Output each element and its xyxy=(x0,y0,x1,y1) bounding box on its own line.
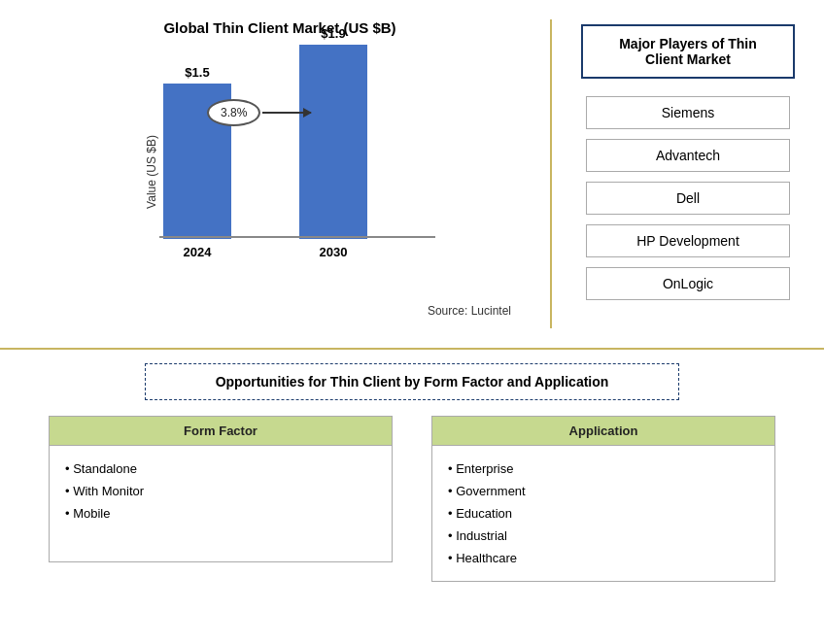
annotation-arrow xyxy=(262,112,311,114)
bar-2030-rect xyxy=(299,45,367,239)
bar-2024-label: 2024 xyxy=(184,245,212,259)
x-axis-line xyxy=(159,236,435,238)
player-siemens: Siemens xyxy=(586,96,790,129)
bottom-columns: Form Factor Standalone With Monitor Mobi… xyxy=(19,416,805,582)
opportunities-title: Opportunities for Thin Client by Form Fa… xyxy=(145,363,679,400)
players-title: Major Players of Thin Client Market xyxy=(581,24,795,79)
bar-2024: $1.5 2024 xyxy=(163,65,231,259)
list-item: Education xyxy=(448,502,759,525)
application-column: Application Enterprise Government Educat… xyxy=(431,416,775,582)
application-header: Application xyxy=(431,416,775,446)
player-dell: Dell xyxy=(586,182,790,215)
top-section: Global Thin Client Market (US $B) Value … xyxy=(0,0,824,350)
player-onlogic: OnLogic xyxy=(586,267,790,300)
list-item: Mobile xyxy=(65,502,376,525)
bottom-section: Opportunities for Thin Client by Form Fa… xyxy=(0,350,824,597)
list-item: Healthcare xyxy=(448,547,759,569)
list-item: With Monitor xyxy=(65,480,376,502)
list-item: Enterprise xyxy=(448,458,759,480)
form-factor-header: Form Factor xyxy=(49,416,393,446)
player-advantech: Advantech xyxy=(586,139,790,172)
bar-2024-value: $1.5 xyxy=(185,65,209,80)
bar-2030-value: $1.9 xyxy=(321,26,345,41)
players-area: Major Players of Thin Client Market Siem… xyxy=(552,10,824,338)
list-item: Industrial xyxy=(448,525,759,547)
main-container: Global Thin Client Market (US $B) Value … xyxy=(0,0,824,644)
form-factor-content: Standalone With Monitor Mobile xyxy=(49,446,393,562)
player-hp: HP Development xyxy=(586,224,790,257)
arrowhead-icon xyxy=(303,108,312,118)
form-factor-column: Form Factor Standalone With Monitor Mobi… xyxy=(49,416,393,582)
y-axis-label: Value (US $B) xyxy=(145,135,158,209)
source-text: Source: Lucintel xyxy=(428,304,531,318)
annotation-group: 3.8% xyxy=(207,99,311,126)
bar-2030-label: 2030 xyxy=(320,245,348,259)
chart-area: Global Thin Client Market (US $B) Value … xyxy=(0,10,550,338)
bar-2030: $1.9 2030 xyxy=(299,26,367,259)
annotation-text: 3.8% xyxy=(221,106,247,119)
annotation-oval: 3.8% xyxy=(207,99,260,126)
form-factor-list: Standalone With Monitor Mobile xyxy=(65,458,376,525)
application-content: Enterprise Government Education Industri… xyxy=(431,446,775,582)
list-item: Standalone xyxy=(65,458,376,480)
application-list: Enterprise Government Education Industri… xyxy=(448,458,759,569)
list-item: Government xyxy=(448,480,759,502)
